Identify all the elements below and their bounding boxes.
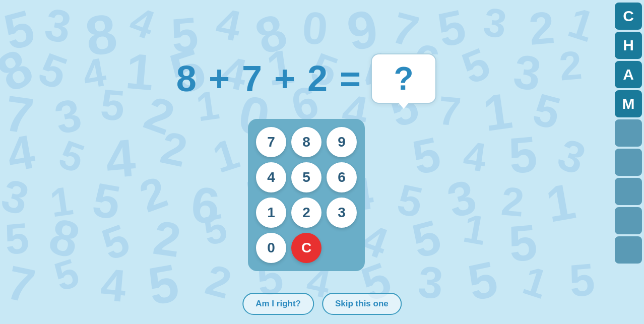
- numpad-btn-7[interactable]: 7: [256, 127, 286, 157]
- numpad-btn-0[interactable]: 0: [256, 233, 286, 263]
- answer-box: ?: [371, 53, 436, 104]
- sidebar: C H A M: [613, 0, 644, 324]
- numpad-btn-9[interactable]: 9: [327, 127, 357, 157]
- numpad-btn-2[interactable]: 2: [291, 198, 321, 228]
- numpad-btn-4[interactable]: 4: [256, 162, 286, 192]
- numpad-btn-3[interactable]: 3: [327, 198, 357, 228]
- sidebar-letter-m: M: [615, 90, 642, 117]
- numpad-btn-6[interactable]: 6: [327, 162, 357, 192]
- sidebar-blank-1: [615, 119, 642, 147]
- sidebar-blank-4: [615, 207, 642, 234]
- sidebar-letter-h: H: [615, 32, 642, 59]
- numpad: 7 8 9 4 5 6 1 2 3 0 C: [248, 119, 365, 271]
- sidebar-blank-3: [615, 178, 642, 205]
- sidebar-blank-5: [615, 236, 642, 264]
- sidebar-letter-c: C: [615, 3, 642, 30]
- equation-text: 8 + 7 + 2 =: [176, 58, 362, 99]
- sidebar-letter-a: A: [615, 61, 642, 88]
- equation-container: 8 + 7 + 2 = ?: [176, 53, 436, 104]
- numpad-btn-clear[interactable]: C: [291, 233, 321, 263]
- main-area: 8 + 7 + 2 = ? 7 8 9 4 5 6 1 2 3 0 C: [0, 0, 613, 324]
- numpad-btn-5[interactable]: 5: [291, 162, 321, 192]
- sidebar-blank-2: [615, 149, 642, 176]
- numpad-btn-1[interactable]: 1: [256, 198, 286, 228]
- answer-placeholder: ?: [394, 60, 414, 97]
- numpad-btn-8[interactable]: 8: [291, 127, 321, 157]
